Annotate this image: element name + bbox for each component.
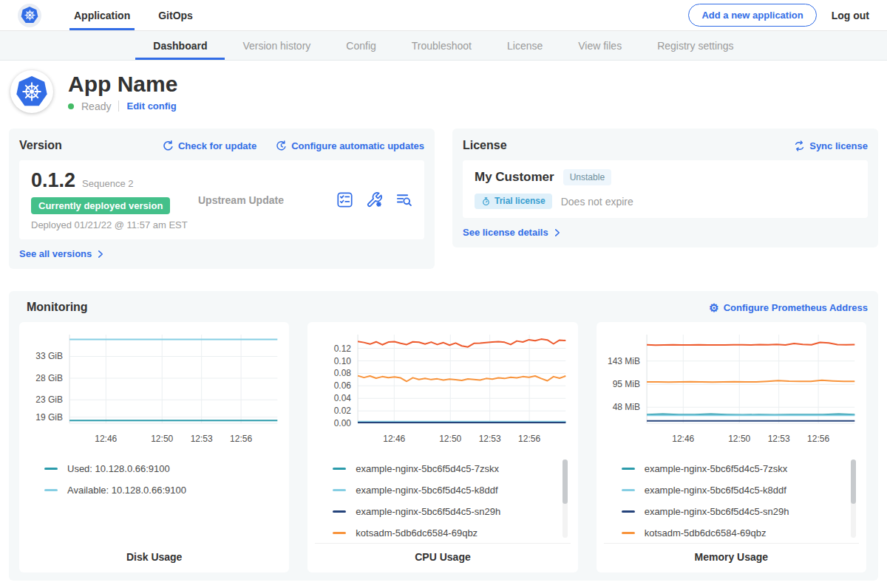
legend-label: Used: 10.128.0.66:9100 — [67, 463, 170, 474]
edit-config-link[interactable]: Edit config — [126, 100, 176, 112]
app-header-text: App Name Ready Edit config — [68, 72, 177, 112]
svg-text:12:50: 12:50 — [151, 434, 173, 444]
svg-text:28 GiB: 28 GiB — [35, 373, 63, 383]
configure-prometheus-link[interactable]: ⚙ Configure Prometheus Address — [709, 302, 868, 313]
legend-item: example-nginx-5bc6f5d4c5-7zskx — [622, 458, 843, 479]
page-title: App Name — [68, 72, 177, 96]
version-info: 0.1.2 Sequence 2 Currently deployed vers… — [31, 169, 192, 230]
chart-title: Disk Usage — [27, 544, 282, 563]
app-status-row: Ready Edit config — [68, 100, 177, 112]
svg-text:48 MiB: 48 MiB — [612, 402, 639, 412]
legend-item: example-nginx-5bc6f5d4c5-sn29h — [622, 501, 843, 522]
legend-swatch — [333, 468, 346, 470]
add-application-button[interactable]: Add a new application — [688, 4, 816, 27]
legend-label: example-nginx-5bc6f5d4c5-k8ddf — [645, 485, 786, 496]
svg-text:0.06: 0.06 — [334, 380, 352, 391]
chart-legend: example-nginx-5bc6f5d4c5-7zskxexample-ng… — [604, 457, 859, 544]
checklist-icon — [336, 191, 353, 208]
top-nav-item-application[interactable]: Application — [69, 0, 135, 30]
top-nav-item-gitops[interactable]: GitOps — [154, 0, 197, 30]
legend-scrollbar-thumb[interactable] — [851, 459, 856, 504]
legend-item: Available: 10.128.0.66:9100 — [44, 479, 265, 501]
svg-text:12:46: 12:46 — [384, 434, 406, 444]
kubernetes-logo[interactable] — [18, 4, 41, 27]
license-card: License Sync license My Customer Unstabl… — [452, 129, 878, 247]
tab-registry-settings[interactable]: Registry settings — [639, 31, 751, 60]
tab-dashboard[interactable]: Dashboard — [135, 31, 225, 60]
chart-title: Memory Usage — [604, 544, 859, 563]
license-type-label: Trial license — [495, 196, 546, 206]
logout-link[interactable]: Log out — [832, 10, 869, 21]
tab-config[interactable]: Config — [328, 31, 393, 60]
version-card-title: Version — [19, 139, 62, 152]
svg-text:12:53: 12:53 — [191, 434, 213, 444]
preflight-checks-button[interactable] — [336, 191, 353, 208]
chart-title: CPU Usage — [315, 544, 570, 563]
divider — [118, 100, 119, 112]
legend-item: kotsadm-5db6dc6584-69qbz — [622, 522, 843, 544]
app-logo-heptagon — [16, 75, 48, 108]
chevron-right-icon — [553, 228, 562, 237]
check-for-update-label: Check for update — [178, 140, 256, 151]
version-number: 0.1.2 — [31, 169, 75, 192]
version-actions — [336, 191, 412, 208]
version-card-header: Version Check for update Configure au — [19, 139, 424, 152]
top-nav: ApplicationGitOps Add a new application … — [0, 0, 887, 31]
legend-swatch — [622, 510, 635, 513]
tab-view-files[interactable]: View files — [560, 31, 639, 60]
svg-text:12:53: 12:53 — [479, 434, 501, 444]
legend-item: Used: 10.128.0.66:9100 — [44, 458, 265, 479]
legend-swatch — [622, 489, 635, 491]
svg-text:143 MiB: 143 MiB — [608, 356, 640, 366]
see-all-versions-link[interactable]: See all versions — [19, 248, 105, 259]
version-source: Upstream Update — [198, 194, 284, 206]
gear-icon: ⚙ — [709, 302, 718, 313]
chart-plot-disk-usage: 33 GiB28 GiB23 GiB19 GiB12:4612:5012:531… — [27, 329, 282, 446]
chart-legend: Used: 10.128.0.66:9100Available: 10.128.… — [27, 457, 282, 544]
app-sub-nav: DashboardVersion historyConfigTroublesho… — [0, 31, 887, 61]
version-card: Version Check for update Configure au — [9, 129, 435, 269]
version-sequence: Sequence 2 — [82, 178, 133, 189]
legend-label: example-nginx-5bc6f5d4c5-k8ddf — [356, 485, 497, 496]
configure-automatic-updates-link[interactable]: Configure automatic updates — [276, 140, 424, 151]
deployed-badge: Currently deployed version — [31, 197, 170, 214]
svg-text:0.08: 0.08 — [334, 368, 352, 378]
license-info-card: My Customer Unstable Trial license Does … — [463, 160, 868, 218]
top-nav-items: ApplicationGitOps — [69, 0, 217, 30]
app-logo — [10, 70, 53, 113]
deploy-logs-button[interactable] — [395, 191, 412, 208]
chart-card-disk-usage: 33 GiB28 GiB23 GiB19 GiB12:4612:5012:531… — [19, 322, 289, 572]
see-license-details-label: See license details — [463, 227, 548, 238]
config-button[interactable] — [366, 191, 383, 208]
cards-row: Version Check for update Configure au — [9, 129, 878, 269]
legend-label: example-nginx-5bc6f5d4c5-sn29h — [645, 506, 789, 517]
sync-license-link[interactable]: Sync license — [794, 140, 868, 151]
svg-text:12:46: 12:46 — [95, 434, 117, 444]
legend-item: example-nginx-5bc6f5d4c5-sn29h — [333, 501, 554, 522]
legend-scrollbar — [563, 459, 568, 538]
svg-text:12:50: 12:50 — [728, 434, 750, 444]
legend-scrollbar-thumb[interactable] — [563, 459, 568, 504]
check-for-update-link[interactable]: Check for update — [163, 140, 256, 151]
legend-label: example-nginx-5bc6f5d4c5-7zskx — [645, 463, 788, 474]
sync-icon — [794, 140, 805, 151]
svg-text:95 MiB: 95 MiB — [612, 379, 639, 389]
svg-text:12:46: 12:46 — [672, 434, 694, 444]
legend-swatch — [333, 532, 346, 534]
app-header: App Name Ready Edit config — [0, 61, 887, 124]
stopwatch-icon — [481, 196, 491, 206]
legend-scrollbar — [851, 459, 856, 538]
tab-license[interactable]: License — [489, 31, 560, 60]
wrench-gear-icon — [366, 191, 383, 208]
svg-text:12:53: 12:53 — [767, 434, 789, 444]
sync-license-label: Sync license — [809, 140, 868, 151]
tab-troubleshoot[interactable]: Troubleshoot — [394, 31, 489, 60]
refresh-icon — [163, 140, 174, 151]
legend-swatch — [622, 532, 635, 534]
see-license-details-link[interactable]: See license details — [463, 227, 562, 238]
current-version-card: 0.1.2 Sequence 2 Currently deployed vers… — [19, 160, 424, 239]
legend-item: example-nginx-5bc6f5d4c5-k8ddf — [333, 479, 554, 501]
legend-swatch — [333, 510, 346, 513]
tab-version-history[interactable]: Version history — [225, 31, 328, 60]
legend-swatch — [622, 468, 635, 470]
